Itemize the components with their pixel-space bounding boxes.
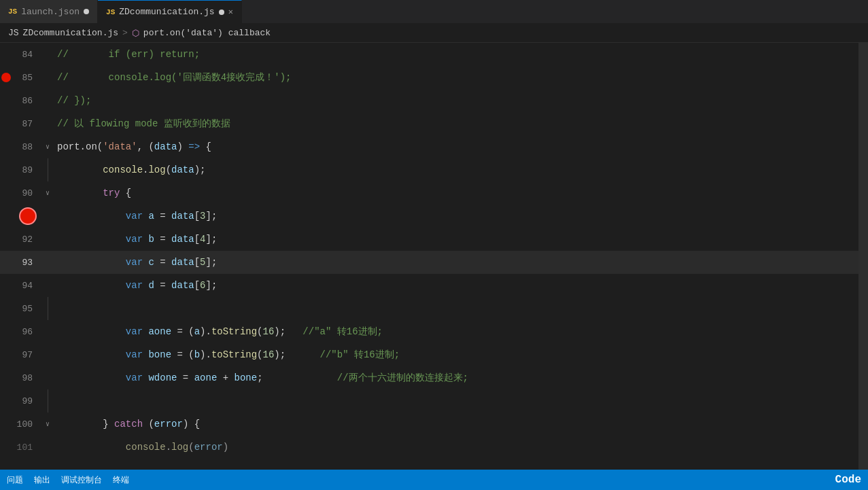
fold-arrow-88[interactable]: ∨ [46, 143, 50, 151]
code-token: [ [194, 234, 200, 245]
code-token: ]; [206, 234, 218, 245]
code-token: var [126, 372, 143, 383]
code-token: 16 [263, 326, 275, 337]
code-token: 3 [200, 211, 205, 222]
code-token: ). [200, 326, 211, 337]
breadcrumb-file: ZDcommunication.js [23, 28, 118, 38]
code-token [57, 280, 126, 291]
line-content-84: // if (err) return; [54, 49, 868, 60]
code-token: ) { [183, 419, 200, 430]
code-token: ); [274, 349, 319, 360]
code-token [57, 419, 103, 430]
status-output[interactable]: 输出 [34, 474, 50, 486]
breadcrumb-icon-box: ⬡ [132, 28, 139, 39]
modified-dot [84, 9, 89, 14]
line-content-91: var a = data[3]; [54, 211, 868, 222]
line-content-87: // 以 flowing mode 监听收到的数据 [54, 118, 868, 130]
line-content-90: try { [54, 188, 868, 198]
gutter-95 [41, 297, 54, 320]
code-token: // console.log('回调函数4接收完成！'); [57, 71, 291, 84]
line-86: 86 // }); [0, 89, 868, 112]
line-content-96: var aone = (a).toString(16); //"a" 转16进制… [54, 326, 868, 338]
status-left: 问题 输出 调试控制台 终端 [7, 474, 129, 486]
line-100: 100 ∨ } catch (error) { [0, 413, 868, 436]
close-icon[interactable]: ✕ [228, 7, 233, 17]
code-token: // if (err) return; [57, 49, 200, 60]
line-number-84: 84 [0, 50, 41, 60]
line-content-101: console.log(error) [54, 442, 868, 453]
code-token: [ [194, 257, 200, 268]
gutter-100[interactable]: ∨ [41, 420, 54, 428]
code-token: } [103, 419, 114, 430]
status-debug-console[interactable]: 调试控制台 [61, 474, 102, 486]
line-content-93: var c = data[5]; [54, 257, 868, 268]
line-85: 85 // console.log('回调函数4接收完成！'); [0, 66, 868, 89]
tab-zdcomm-label: ZDcommunication.js [119, 7, 214, 17]
code-token: ]; [206, 280, 218, 291]
code-token [57, 372, 126, 383]
code-token: data [154, 141, 177, 152]
code-token [143, 211, 148, 222]
code-token: console [126, 442, 166, 453]
gutter-90[interactable]: ∨ [41, 189, 54, 197]
line-101: 101 console.log(error) [0, 436, 868, 459]
line-number-98: 98 [0, 373, 41, 383]
breadcrumb-sep: > [122, 28, 128, 38]
line-97: 97 var bone = (b).toString(16); //"b" 转1… [0, 343, 868, 366]
tab-zdcomm[interactable]: JS ZDcommunication.js ✕ [98, 0, 242, 23]
code-token [143, 326, 148, 337]
code-token: b [194, 349, 200, 360]
line-87: 87 // 以 flowing mode 监听收到的数据 [0, 112, 868, 135]
code-token [57, 442, 126, 453]
line-number-93: 93 [0, 258, 41, 268]
tab-launch[interactable]: JS launch.json [0, 0, 98, 23]
code-token: ( [257, 326, 262, 337]
code-token: = ( [171, 349, 194, 360]
line-number-87: 87 [0, 119, 41, 129]
line-91: 91 var a = data[3]; [0, 205, 868, 228]
code-token: ). [200, 349, 211, 360]
status-right: Code [835, 474, 861, 486]
code-token: + [217, 372, 234, 383]
code-token: d [148, 280, 154, 291]
code-token: toString [211, 349, 257, 360]
status-problems[interactable]: 问题 [7, 474, 23, 486]
code-token: 4 [200, 234, 205, 245]
code-token [143, 234, 148, 245]
line-number-101: 101 [0, 442, 41, 453]
code-token: var [126, 257, 143, 268]
code-token [143, 257, 148, 268]
code-token: 16 [263, 349, 275, 360]
line-number-88: 88 [0, 142, 41, 152]
code-token: = [154, 257, 171, 268]
code-token: //"b" 转16进制; [320, 349, 400, 361]
line-number-89: 89 [0, 165, 41, 175]
code-token: //两个十六进制的数连接起来; [337, 372, 468, 384]
code-token: port.on( [57, 141, 103, 152]
code-token: var [126, 326, 143, 337]
breakpoint-dot-85 [1, 73, 11, 82]
code-token: { [200, 141, 211, 152]
code-token [57, 188, 103, 198]
code-token: ; [257, 372, 337, 383]
scrollbar-right[interactable] [858, 43, 868, 470]
code-token: ]; [206, 211, 218, 222]
line-content-85: // console.log('回调函数4接收完成！'); [54, 71, 868, 84]
code-token: a [194, 326, 200, 337]
line-content-89: console.log(data); [54, 164, 868, 175]
code-token: 5 [200, 257, 205, 268]
line-number-100: 100 [0, 419, 41, 430]
fold-arrow-100[interactable]: ∨ [46, 420, 50, 428]
code-token: data [171, 164, 194, 175]
gutter-88[interactable]: ∨ [41, 143, 54, 151]
line-90: 90 ∨ try { [0, 181, 868, 205]
line-content-100: } catch (error) { [54, 419, 868, 430]
status-terminal[interactable]: 终端 [113, 474, 129, 486]
code-token: = [154, 211, 171, 222]
code-token: = [177, 372, 194, 383]
line-number-90: 90 [0, 188, 41, 198]
code-token: wdone [148, 372, 177, 383]
code-token: 'data' [103, 141, 137, 152]
code-token: error [154, 419, 183, 430]
fold-arrow-90[interactable]: ∨ [46, 189, 50, 197]
